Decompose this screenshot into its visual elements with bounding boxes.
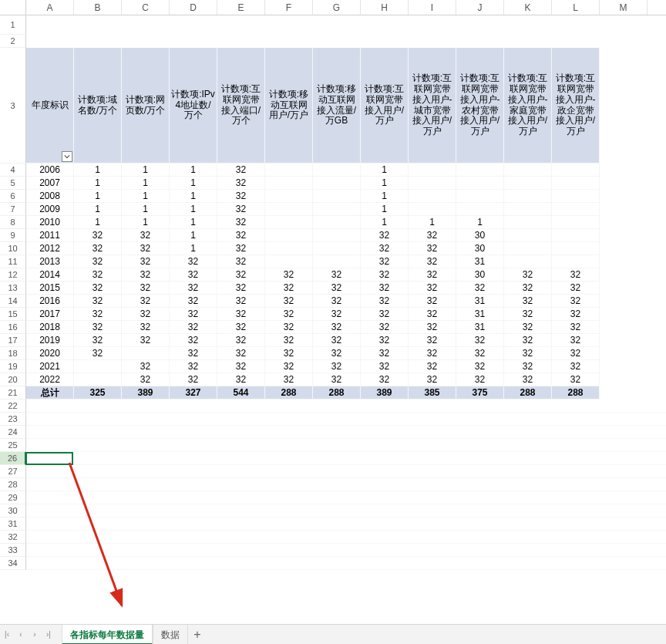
data-cell[interactable]: 32 bbox=[456, 347, 504, 360]
data-cell[interactable] bbox=[74, 373, 122, 386]
data-cell[interactable]: 32 bbox=[313, 282, 361, 295]
data-cell[interactable]: 32 bbox=[552, 373, 600, 386]
data-cell[interactable]: 32 bbox=[313, 334, 361, 347]
data-cell[interactable]: 32 bbox=[74, 268, 122, 282]
row-header[interactable]: 6 bbox=[0, 190, 26, 203]
data-cell[interactable]: 30 bbox=[456, 268, 504, 282]
data-cell[interactable]: 32 bbox=[409, 255, 456, 268]
data-cell[interactable] bbox=[122, 347, 170, 360]
data-cell[interactable]: 32 bbox=[217, 216, 265, 229]
data-cell[interactable]: 2007 bbox=[26, 177, 74, 190]
data-cell[interactable]: 32 bbox=[217, 282, 265, 295]
data-cell[interactable]: 32 bbox=[170, 347, 217, 360]
data-cell[interactable] bbox=[313, 229, 361, 242]
total-cell[interactable]: 375 bbox=[456, 386, 504, 400]
row-header[interactable]: 7 bbox=[0, 203, 26, 216]
data-cell[interactable]: 32 bbox=[122, 295, 170, 308]
data-cell[interactable] bbox=[552, 164, 600, 177]
data-cell[interactable]: 2021 bbox=[26, 360, 74, 373]
data-cell[interactable]: 32 bbox=[361, 295, 409, 308]
total-cell[interactable]: 288 bbox=[504, 386, 552, 400]
row-header[interactable]: 5 bbox=[0, 177, 26, 190]
data-cell[interactable]: 32 bbox=[552, 360, 600, 373]
data-cell[interactable]: 32 bbox=[217, 164, 265, 177]
data-cell[interactable]: 32 bbox=[552, 268, 600, 282]
col-header-G[interactable]: G bbox=[313, 0, 361, 15]
data-cell[interactable]: 32 bbox=[122, 268, 170, 282]
data-cell[interactable]: 31 bbox=[456, 308, 504, 321]
data-cell[interactable] bbox=[504, 242, 552, 255]
data-cell[interactable]: 32 bbox=[265, 295, 313, 308]
col-header-B[interactable]: B bbox=[74, 0, 122, 15]
data-cell[interactable]: 32 bbox=[265, 321, 313, 334]
header-domain-count[interactable]: 计数项:域名数/万个 bbox=[74, 48, 122, 164]
data-cell[interactable]: 32 bbox=[217, 190, 265, 203]
data-cell[interactable] bbox=[552, 190, 600, 203]
data-cell[interactable]: 1 bbox=[74, 216, 122, 229]
row-header[interactable]: 17 bbox=[0, 334, 26, 347]
data-cell[interactable] bbox=[504, 229, 552, 242]
data-cell[interactable]: 32 bbox=[504, 321, 552, 334]
data-cell[interactable]: 32 bbox=[409, 360, 456, 373]
data-cell[interactable]: 32 bbox=[504, 373, 552, 386]
data-cell[interactable]: 32 bbox=[313, 321, 361, 334]
data-cell[interactable]: 1 bbox=[170, 242, 217, 255]
data-cell[interactable]: 32 bbox=[217, 295, 265, 308]
data-cell[interactable]: 1 bbox=[170, 203, 217, 216]
data-cell[interactable]: 1 bbox=[122, 203, 170, 216]
header-enterprise-broadband[interactable]: 计数项:互联网宽带接入用户-政企宽带接入用户/万户 bbox=[552, 48, 600, 164]
data-cell[interactable] bbox=[456, 164, 504, 177]
data-cell[interactable] bbox=[409, 177, 456, 190]
data-cell[interactable] bbox=[313, 255, 361, 268]
data-cell[interactable] bbox=[265, 229, 313, 242]
total-cell[interactable]: 544 bbox=[217, 386, 265, 400]
data-cell[interactable]: 32 bbox=[409, 347, 456, 360]
sheet-tab-data[interactable]: 数据 bbox=[153, 625, 188, 645]
data-cell[interactable]: 32 bbox=[265, 308, 313, 321]
total-cell[interactable]: 288 bbox=[265, 386, 313, 400]
data-cell[interactable]: 2013 bbox=[26, 255, 74, 268]
data-cell[interactable]: 32 bbox=[217, 255, 265, 268]
data-cell[interactable]: 32 bbox=[504, 295, 552, 308]
data-cell[interactable]: 1 bbox=[74, 203, 122, 216]
data-cell[interactable] bbox=[313, 190, 361, 203]
data-cell[interactable] bbox=[265, 177, 313, 190]
header-ipv4-count[interactable]: 计数项:IPv4地址数/万个 bbox=[170, 48, 217, 164]
data-cell[interactable] bbox=[265, 190, 313, 203]
data-cell[interactable]: 32 bbox=[265, 268, 313, 282]
data-cell[interactable]: 30 bbox=[456, 242, 504, 255]
data-cell[interactable]: 2008 bbox=[26, 190, 74, 203]
data-cell[interactable]: 32 bbox=[217, 373, 265, 386]
data-cell[interactable]: 32 bbox=[265, 373, 313, 386]
data-cell[interactable]: 32 bbox=[217, 334, 265, 347]
data-cell[interactable]: 32 bbox=[217, 308, 265, 321]
row-header[interactable]: 23 bbox=[0, 413, 26, 426]
data-cell[interactable]: 32 bbox=[504, 282, 552, 295]
tab-nav-next[interactable]: › bbox=[28, 625, 42, 645]
total-cell[interactable]: 325 bbox=[74, 386, 122, 400]
data-cell[interactable]: 32 bbox=[504, 360, 552, 373]
row-header[interactable]: 20 bbox=[0, 373, 26, 386]
data-cell[interactable] bbox=[313, 216, 361, 229]
data-cell[interactable] bbox=[456, 190, 504, 203]
data-cell[interactable]: 32 bbox=[74, 295, 122, 308]
data-cell[interactable]: 32 bbox=[122, 282, 170, 295]
header-rural-broadband[interactable]: 计数项:互联网宽带接入用户-农村宽带接入用户/万户 bbox=[456, 48, 504, 164]
data-cell[interactable]: 32 bbox=[74, 255, 122, 268]
data-cell[interactable]: 32 bbox=[170, 295, 217, 308]
data-cell[interactable]: 32 bbox=[170, 308, 217, 321]
header-webpage-count[interactable]: 计数项:网页数/万个 bbox=[122, 48, 170, 164]
data-cell[interactable]: 32 bbox=[122, 308, 170, 321]
data-cell[interactable]: 31 bbox=[456, 321, 504, 334]
data-cell[interactable]: 32 bbox=[170, 360, 217, 373]
data-cell[interactable]: 1 bbox=[361, 216, 409, 229]
data-cell[interactable] bbox=[265, 203, 313, 216]
data-cell[interactable]: 2017 bbox=[26, 308, 74, 321]
data-cell[interactable]: 32 bbox=[170, 268, 217, 282]
data-cell[interactable]: 32 bbox=[74, 282, 122, 295]
data-cell[interactable]: 1 bbox=[122, 190, 170, 203]
row-header[interactable]: 19 bbox=[0, 360, 26, 373]
row-header[interactable]: 26 bbox=[0, 452, 26, 465]
data-cell[interactable]: 32 bbox=[552, 282, 600, 295]
row-header[interactable]: 2 bbox=[0, 35, 26, 48]
